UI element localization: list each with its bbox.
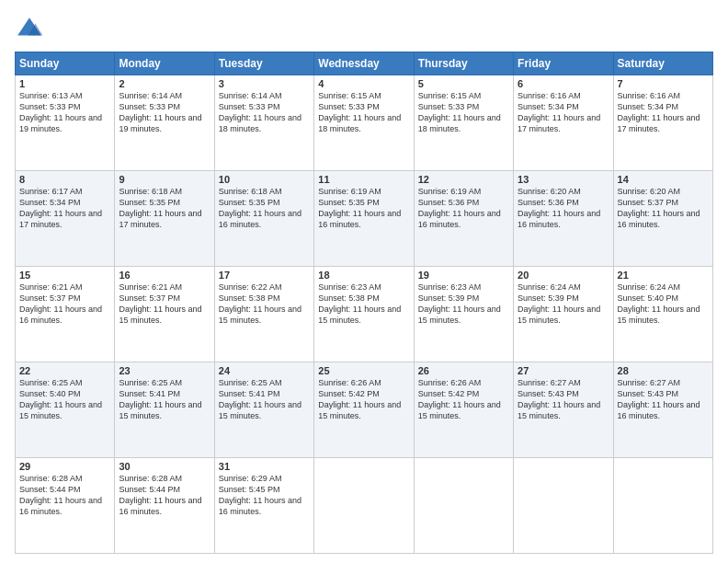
day-number: 11 [318,174,409,185]
day-number: 31 [219,461,310,472]
day-number: 2 [119,78,210,89]
logo [15,15,48,44]
day-info: Sunrise: 6:25 AMSunset: 5:41 PMDaylight:… [219,378,301,420]
day-info: Sunrise: 6:16 AMSunset: 5:34 PMDaylight:… [618,91,700,133]
page: SundayMondayTuesdayWednesdayThursdayFrid… [0,0,728,563]
calendar-week-1: 1 Sunrise: 6:13 AMSunset: 5:33 PMDayligh… [16,75,713,171]
calendar-cell: 4 Sunrise: 6:15 AMSunset: 5:33 PMDayligh… [314,75,414,171]
calendar-cell: 29 Sunrise: 6:28 AMSunset: 5:44 PMDaylig… [16,458,115,554]
day-number: 19 [418,270,509,281]
calendar-cell [514,458,613,554]
day-info: Sunrise: 6:26 AMSunset: 5:42 PMDaylight:… [318,378,401,420]
day-number: 30 [119,461,210,472]
calendar-cell: 30 Sunrise: 6:28 AMSunset: 5:44 PMDaylig… [115,458,214,554]
calendar-cell: 6 Sunrise: 6:16 AMSunset: 5:34 PMDayligh… [514,75,613,171]
day-info: Sunrise: 6:24 AMSunset: 5:39 PMDaylight:… [518,282,600,325]
calendar-cell [414,458,513,554]
calendar-header-thursday: Thursday [414,52,513,75]
calendar-cell: 3 Sunrise: 6:14 AMSunset: 5:33 PMDayligh… [214,75,313,171]
calendar-cell: 24 Sunrise: 6:25 AMSunset: 5:41 PMDaylig… [214,362,313,458]
calendar-cell: 13 Sunrise: 6:20 AMSunset: 5:36 PMDaylig… [514,171,613,267]
calendar-cell: 12 Sunrise: 6:19 AMSunset: 5:36 PMDaylig… [414,171,513,267]
day-info: Sunrise: 6:14 AMSunset: 5:33 PMDaylight:… [219,91,301,133]
calendar-week-4: 22 Sunrise: 6:25 AMSunset: 5:40 PMDaylig… [16,362,713,458]
day-info: Sunrise: 6:25 AMSunset: 5:40 PMDaylight:… [19,378,102,420]
day-info: Sunrise: 6:28 AMSunset: 5:44 PMDaylight:… [19,474,102,516]
logo-icon [15,15,44,44]
day-number: 7 [618,78,709,89]
calendar-cell: 18 Sunrise: 6:23 AMSunset: 5:38 PMDaylig… [314,267,414,362]
calendar-cell: 23 Sunrise: 6:25 AMSunset: 5:41 PMDaylig… [115,362,214,458]
header [15,15,713,44]
day-info: Sunrise: 6:21 AMSunset: 5:37 PMDaylight:… [119,282,201,325]
calendar-cell: 14 Sunrise: 6:20 AMSunset: 5:37 PMDaylig… [613,171,712,267]
day-info: Sunrise: 6:28 AMSunset: 5:44 PMDaylight:… [119,474,201,516]
day-info: Sunrise: 6:21 AMSunset: 5:37 PMDaylight:… [19,282,102,325]
calendar-header-row: SundayMondayTuesdayWednesdayThursdayFrid… [16,52,713,75]
day-number: 10 [219,174,310,185]
day-number: 18 [318,270,409,281]
day-info: Sunrise: 6:19 AMSunset: 5:35 PMDaylight:… [318,187,401,229]
day-number: 22 [19,365,110,376]
calendar-body: 1 Sunrise: 6:13 AMSunset: 5:33 PMDayligh… [16,75,713,554]
calendar-header-sunday: Sunday [16,52,115,75]
day-number: 12 [418,174,509,185]
day-number: 1 [19,78,110,89]
calendar-cell: 10 Sunrise: 6:18 AMSunset: 5:35 PMDaylig… [214,171,313,267]
day-number: 26 [418,365,509,376]
calendar-cell: 17 Sunrise: 6:22 AMSunset: 5:38 PMDaylig… [214,267,313,362]
calendar-cell: 22 Sunrise: 6:25 AMSunset: 5:40 PMDaylig… [16,362,115,458]
day-info: Sunrise: 6:17 AMSunset: 5:34 PMDaylight:… [19,187,102,229]
day-number: 6 [518,78,609,89]
day-info: Sunrise: 6:13 AMSunset: 5:33 PMDaylight:… [19,91,102,133]
calendar-table: SundayMondayTuesdayWednesdayThursdayFrid… [15,52,713,554]
day-info: Sunrise: 6:29 AMSunset: 5:45 PMDaylight:… [219,474,301,516]
day-number: 8 [19,174,110,185]
day-info: Sunrise: 6:27 AMSunset: 5:43 PMDaylight:… [518,378,600,420]
calendar-cell: 7 Sunrise: 6:16 AMSunset: 5:34 PMDayligh… [613,75,712,171]
day-info: Sunrise: 6:14 AMSunset: 5:33 PMDaylight:… [119,91,201,133]
day-number: 23 [119,365,210,376]
calendar-cell: 19 Sunrise: 6:23 AMSunset: 5:39 PMDaylig… [414,267,513,362]
day-number: 28 [618,365,709,376]
day-info: Sunrise: 6:15 AMSunset: 5:33 PMDaylight:… [418,91,501,133]
day-number: 24 [219,365,310,376]
day-info: Sunrise: 6:25 AMSunset: 5:41 PMDaylight:… [119,378,201,420]
day-number: 13 [518,174,609,185]
day-number: 4 [318,78,409,89]
day-info: Sunrise: 6:20 AMSunset: 5:36 PMDaylight:… [518,187,600,229]
day-number: 9 [119,174,210,185]
day-number: 21 [618,270,709,281]
calendar-header-friday: Friday [514,52,613,75]
day-info: Sunrise: 6:16 AMSunset: 5:34 PMDaylight:… [518,91,600,133]
day-info: Sunrise: 6:15 AMSunset: 5:33 PMDaylight:… [318,91,401,133]
calendar-week-3: 15 Sunrise: 6:21 AMSunset: 5:37 PMDaylig… [16,267,713,362]
day-number: 3 [219,78,310,89]
calendar-cell: 8 Sunrise: 6:17 AMSunset: 5:34 PMDayligh… [16,171,115,267]
calendar-cell: 5 Sunrise: 6:15 AMSunset: 5:33 PMDayligh… [414,75,513,171]
calendar-cell: 21 Sunrise: 6:24 AMSunset: 5:40 PMDaylig… [613,267,712,362]
calendar-cell: 26 Sunrise: 6:26 AMSunset: 5:42 PMDaylig… [414,362,513,458]
day-info: Sunrise: 6:24 AMSunset: 5:40 PMDaylight:… [618,282,700,325]
calendar-cell: 1 Sunrise: 6:13 AMSunset: 5:33 PMDayligh… [16,75,115,171]
calendar-week-5: 29 Sunrise: 6:28 AMSunset: 5:44 PMDaylig… [16,458,713,554]
day-number: 16 [119,270,210,281]
calendar-cell: 9 Sunrise: 6:18 AMSunset: 5:35 PMDayligh… [115,171,214,267]
calendar-cell: 31 Sunrise: 6:29 AMSunset: 5:45 PMDaylig… [214,458,313,554]
calendar-header-wednesday: Wednesday [314,52,414,75]
day-number: 27 [518,365,609,376]
day-info: Sunrise: 6:18 AMSunset: 5:35 PMDaylight:… [119,187,201,229]
calendar-header-saturday: Saturday [613,52,712,75]
day-number: 15 [19,270,110,281]
calendar-cell: 11 Sunrise: 6:19 AMSunset: 5:35 PMDaylig… [314,171,414,267]
day-number: 20 [518,270,609,281]
day-info: Sunrise: 6:23 AMSunset: 5:39 PMDaylight:… [418,282,501,325]
day-number: 25 [318,365,409,376]
day-info: Sunrise: 6:22 AMSunset: 5:38 PMDaylight:… [219,282,301,325]
calendar-week-2: 8 Sunrise: 6:17 AMSunset: 5:34 PMDayligh… [16,171,713,267]
calendar-cell: 28 Sunrise: 6:27 AMSunset: 5:43 PMDaylig… [613,362,712,458]
day-info: Sunrise: 6:23 AMSunset: 5:38 PMDaylight:… [318,282,401,325]
calendar-header-monday: Monday [115,52,214,75]
calendar-cell: 20 Sunrise: 6:24 AMSunset: 5:39 PMDaylig… [514,267,613,362]
calendar-cell: 15 Sunrise: 6:21 AMSunset: 5:37 PMDaylig… [16,267,115,362]
